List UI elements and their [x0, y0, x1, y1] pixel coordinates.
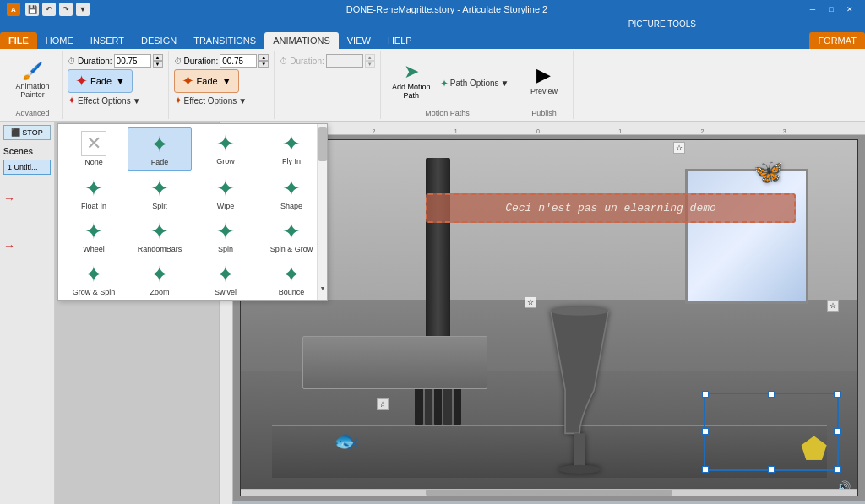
anim-spin[interactable]: ✦ Spin	[193, 215, 258, 257]
anim-wheel-label: Wheel	[83, 245, 105, 253]
scene-item-1[interactable]: 1 Untitl...	[3, 160, 51, 175]
comb-spine	[426, 158, 450, 344]
emphasis-spin-up[interactable]: ▲	[258, 54, 269, 61]
path-options-star-icon: ✦	[440, 78, 449, 89]
emphasis-spin-down[interactable]: ▼	[258, 61, 269, 68]
emphasis-duration-input[interactable]	[220, 54, 257, 68]
anim-growspin[interactable]: ✦ Grow & Spin	[62, 258, 126, 296]
scroll-down-arrow[interactable]: ▼	[318, 285, 328, 291]
save-icon[interactable]: 💾	[25, 3, 39, 16]
more-icon[interactable]: ▼	[76, 3, 90, 16]
wine-glass	[536, 304, 623, 478]
tab-format[interactable]: FORMAT	[809, 32, 865, 49]
anim-spin-label: Spin	[218, 245, 233, 253]
emphasis-effect-options-btn[interactable]: ✦ Effect Options ▼	[174, 95, 269, 106]
ruler-mark-1: 1	[454, 128, 458, 134]
animation-painter-label: AnimationPainter	[15, 82, 49, 99]
slide-background: Ceci n'est pas un elearning demo 🦋 ⬟ 🐟	[241, 140, 857, 496]
animation-painter-icon: 🖌️	[22, 61, 43, 81]
svg-point-2	[558, 464, 601, 473]
app-icon: A	[7, 3, 20, 16]
path-options-btn[interactable]: ✦ Path Options ▼	[440, 78, 509, 89]
slide-text-content: Ceci n'est pas un elearning demo	[505, 202, 716, 214]
entrance-spin-up[interactable]: ▲	[153, 54, 163, 61]
scrollbar-thumb[interactable]	[318, 127, 327, 161]
entrance-fade-btn[interactable]: ✦ Fade ▼	[68, 69, 133, 93]
path-options-dropdown-icon[interactable]: ▼	[501, 79, 509, 88]
anim-grow-label: Grow	[216, 157, 235, 165]
entrance-spin-down[interactable]: ▼	[153, 61, 163, 68]
anim-bounce-icon: ✦	[282, 262, 301, 288]
stop-button[interactable]: ⬛ STOP	[3, 125, 51, 140]
anim-zoom[interactable]: ✦ Zoom	[128, 258, 192, 296]
anim-bounce[interactable]: ✦ Bounce	[259, 258, 324, 296]
anim-fade-icon: ✦	[150, 132, 169, 158]
h-scrollbar[interactable]	[241, 489, 857, 496]
anim-none-icon: ✕	[81, 131, 106, 156]
anim-spingrow-label: Spin & Grow	[270, 245, 313, 253]
entrance-effect-options-btn[interactable]: ✦ Effect Options ▼	[68, 95, 163, 106]
tab-design[interactable]: DESIGN	[133, 32, 185, 49]
emphasis-fade-btn[interactable]: ✦ Fade ▼	[174, 69, 239, 93]
emphasis-effect-dropdown-icon[interactable]: ▼	[238, 96, 247, 106]
anim-randombars[interactable]: ✦ RandomBars	[128, 215, 192, 257]
window-controls: ─ □ ✕	[804, 3, 858, 15]
anim-floatin[interactable]: ✦ Float In	[62, 172, 126, 214]
anim-bounce-label: Bounce	[279, 288, 305, 296]
anim-spingrow[interactable]: ✦ Spin & Grow	[259, 215, 324, 257]
tab-home[interactable]: HOME	[37, 32, 82, 49]
ribbon-group-emphasis: ⏱ Duration: ▲ ▼ ✦ Fade ▼ ✦ Effect Option…	[169, 51, 275, 119]
tab-insert[interactable]: INSERT	[82, 32, 133, 49]
anim-grow[interactable]: ✦ Grow	[193, 127, 258, 171]
animation-dropdown-scroll[interactable]: ✕ None ✦ Fade ✦ Grow ✦ Fly In	[62, 127, 324, 296]
tab-animations[interactable]: ANIMATIONS	[264, 32, 339, 49]
anim-growspin-icon: ✦	[84, 262, 103, 288]
exit-duration-input[interactable]	[326, 54, 363, 68]
scenes-panel: Scenes 1 Untitl...	[0, 144, 54, 180]
add-motion-path-btn[interactable]: ➤ Add MotionPath	[386, 58, 437, 102]
entrance-effect-dropdown-icon[interactable]: ▼	[133, 96, 141, 106]
tab-file[interactable]: FILE	[0, 32, 37, 49]
canvas-star-2[interactable]: ☆	[673, 142, 685, 154]
anim-fade[interactable]: ✦ Fade	[128, 127, 192, 171]
slide-text-box[interactable]: Ceci n'est pas un elearning demo	[426, 193, 796, 223]
scene-item-label: 1 Untitl...	[8, 163, 38, 171]
nav-arrow-1: →	[3, 192, 51, 205]
canvas-star-5[interactable]: ☆	[827, 300, 839, 312]
anim-wipe[interactable]: ✦ Wipe	[193, 172, 258, 214]
ruler-mark-2r: 2	[701, 128, 705, 134]
ruler-mark-1r: 1	[618, 128, 622, 134]
scenes-label: Scenes	[3, 147, 51, 156]
maximize-btn[interactable]: □	[823, 3, 840, 15]
emphasis-dropdown-arrow[interactable]: ▼	[222, 76, 231, 86]
left-panel: ⬛ STOP Scenes 1 Untitl... → →	[0, 122, 55, 504]
duration-label-3: Duration:	[290, 57, 324, 66]
minimize-btn[interactable]: ─	[804, 3, 821, 15]
undo-icon[interactable]: ↶	[42, 3, 56, 16]
anim-split[interactable]: ✦ Split	[128, 172, 192, 214]
entrance-duration-input[interactable]	[114, 54, 151, 68]
entrance-duration-spinner[interactable]: ▲ ▼	[153, 54, 163, 68]
duration-label-2: Duration:	[184, 57, 219, 66]
anim-flyin[interactable]: ✦ Fly In	[259, 127, 324, 171]
entrance-dropdown-arrow[interactable]: ▼	[116, 76, 125, 86]
emphasis-duration-spinner[interactable]: ▲ ▼	[258, 54, 269, 68]
h-scrollbar-thumb[interactable]	[426, 490, 672, 496]
tab-transitions[interactable]: TRANSITIONS	[185, 32, 264, 49]
tab-help[interactable]: HELP	[379, 32, 421, 49]
canvas-star-4[interactable]: ☆	[377, 398, 389, 410]
animation-painter-btn[interactable]: 🖌️ AnimationPainter	[10, 58, 54, 101]
preview-label: Preview	[530, 87, 558, 95]
anim-shape[interactable]: ✦ Shape	[259, 172, 324, 214]
redo-icon[interactable]: ↷	[59, 3, 73, 16]
anim-none[interactable]: ✕ None	[62, 127, 126, 171]
ribbon-group-publish: ▶ Preview Publish	[514, 51, 574, 119]
anim-wheel[interactable]: ✦ Wheel	[62, 215, 126, 257]
anim-swivel[interactable]: ✦ Swivel	[193, 258, 258, 296]
close-btn[interactable]: ✕	[841, 3, 858, 15]
preview-btn[interactable]: ▶ Preview	[523, 62, 565, 98]
dropdown-scrollbar[interactable]: ▼	[317, 124, 327, 300]
tab-view[interactable]: VIEW	[339, 32, 379, 49]
canvas-star-3[interactable]: ☆	[525, 296, 536, 308]
motion-paths-group-label: Motion Paths	[425, 107, 470, 117]
